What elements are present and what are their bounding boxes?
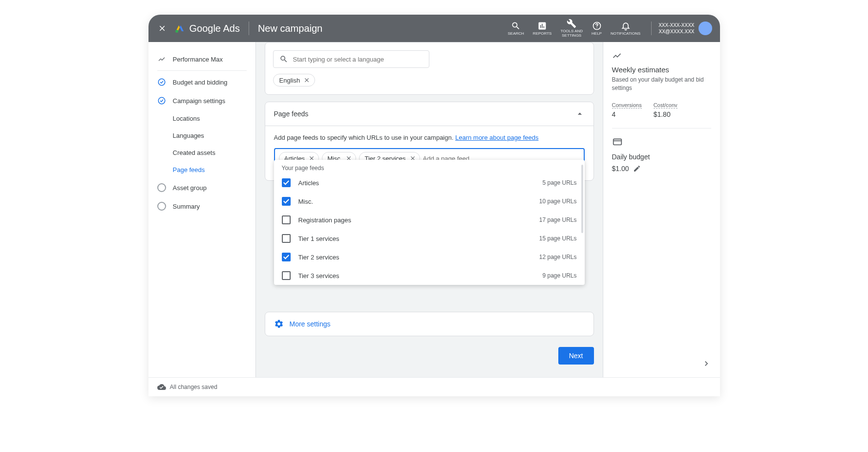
checkbox[interactable] (282, 234, 291, 243)
radio-empty-icon (157, 183, 166, 192)
next-button[interactable]: Next (558, 347, 594, 365)
dropdown-item-count: 12 page URLs (539, 254, 577, 260)
sidebar-label: Languages (173, 132, 204, 139)
sidebar-item-languages[interactable]: Languages (148, 127, 255, 144)
feeds-header[interactable]: Page feeds (265, 102, 593, 126)
language-chip[interactable]: English (273, 74, 316, 86)
dropdown-item-count: 17 page URLs (539, 216, 577, 223)
help-action[interactable]: HELP (592, 21, 602, 36)
checkbox[interactable] (282, 253, 291, 261)
sidebar-item-asset-group[interactable]: Asset group (148, 178, 255, 197)
estimates-title: Weekly estimates (612, 65, 711, 74)
sidebar-label: Created assets (173, 149, 215, 156)
search-label: SEARCH (508, 32, 524, 36)
account-id: XXX-XXX-XXXX (658, 22, 694, 28)
account-block[interactable]: XXX-XXX-XXXX XX@XXXX.XXX (651, 22, 712, 35)
sidebar-item-pmax[interactable]: Performance Max (148, 50, 255, 68)
tools-action[interactable]: TOOLS AND SETTINGS (560, 19, 583, 38)
tools-label: TOOLS AND SETTINGS (560, 29, 583, 38)
search-icon (279, 55, 288, 64)
gear-icon (274, 319, 284, 329)
scrollbar[interactable] (581, 165, 583, 233)
product-logo: Google Ads (174, 22, 240, 34)
dropdown-item[interactable]: Tier 3 services9 page URLs (274, 266, 585, 285)
dropdown-item[interactable]: Registration pages17 page URLs (274, 211, 585, 229)
metric-label: Conversions (612, 102, 642, 108)
metric-conversions: Conversions 4 (612, 100, 642, 118)
language-input[interactable] (293, 56, 423, 63)
checkbox[interactable] (282, 197, 291, 206)
ads-logo-icon (174, 22, 186, 34)
sidebar: Performance Max Budget and bidding Campa… (148, 42, 256, 377)
chip-remove[interactable] (303, 76, 311, 84)
notifications-action[interactable]: NOTIFICATIONS (611, 21, 640, 36)
feeds-desc-text: Add page feeds to specify which URLs to … (274, 134, 455, 141)
svg-rect-5 (613, 139, 621, 145)
budget-value: $1.00 (612, 165, 629, 172)
chevron-up-icon[interactable] (575, 109, 585, 119)
metric-value: $1.80 (654, 110, 677, 118)
dropdown-list[interactable]: Articles5 page URLsMisc.10 page URLsRegi… (274, 173, 585, 285)
dropdown-header: Your page feeds (274, 160, 585, 173)
budget-row: $1.00 (612, 165, 711, 172)
checkbox[interactable] (282, 271, 291, 280)
account-text: XXX-XXX-XXXX XX@XXXX.XXX (658, 22, 694, 35)
reports-action[interactable]: REPORTS (533, 21, 552, 36)
sidebar-item-page-feeds[interactable]: Page feeds (148, 161, 255, 178)
product-name: Google Ads (190, 23, 240, 34)
sidebar-item-created-assets[interactable]: Created assets (148, 144, 255, 161)
divider (249, 22, 249, 35)
check-circle-icon (157, 78, 166, 86)
trend-icon (157, 55, 166, 64)
avatar[interactable] (699, 22, 712, 35)
metrics: Conversions 4 Cost/conv $1.80 (612, 100, 711, 118)
close-icon (303, 77, 310, 84)
sidebar-item-locations[interactable]: Locations (148, 110, 255, 127)
search-action[interactable]: SEARCH (508, 21, 524, 36)
page-feeds-card: Page feeds Add page feeds to specify whi… (265, 102, 594, 181)
collapse-button[interactable] (701, 359, 711, 368)
sidebar-item-settings[interactable]: Campaign settings (148, 91, 255, 110)
dropdown-item-label: Articles (298, 179, 535, 187)
sidebar-label: Page feeds (173, 166, 205, 173)
sidebar-label: Summary (173, 203, 200, 210)
cloud-done-icon (157, 383, 166, 391)
more-settings-card[interactable]: More settings (265, 312, 594, 336)
dropdown-item[interactable]: Tier 2 services12 page URLs (274, 248, 585, 266)
dropdown-item-label: Tier 1 services (298, 235, 531, 242)
metric-label: Cost/conv (654, 102, 677, 108)
svg-point-3 (158, 79, 165, 86)
feeds-title: Page feeds (274, 110, 309, 118)
reports-label: REPORTS (533, 32, 552, 36)
learn-more-link[interactable]: Learn more about page feeds (455, 134, 539, 141)
close-icon (158, 24, 167, 33)
check-circle-icon (157, 96, 166, 105)
edit-icon[interactable] (633, 165, 641, 172)
checkbox[interactable] (282, 178, 291, 187)
radio-empty-icon (157, 202, 166, 211)
sidebar-item-budget[interactable]: Budget and bidding (148, 73, 255, 91)
sidebar-label: Campaign settings (173, 97, 226, 105)
trend-icon (612, 51, 711, 61)
dropdown-item[interactable]: Misc.10 page URLs (274, 192, 585, 211)
sidebar-label: Locations (173, 115, 200, 122)
next-row: Next (265, 343, 594, 368)
language-input-wrap[interactable] (273, 50, 429, 68)
metric-value: 4 (612, 110, 642, 118)
reports-icon (537, 21, 547, 31)
bell-icon (621, 21, 631, 31)
help-icon (592, 21, 602, 31)
checkbox[interactable] (282, 215, 291, 224)
chevron-right-icon (701, 359, 711, 368)
footer-bar: All changes saved (148, 377, 720, 396)
dropdown-item-count: 15 page URLs (539, 235, 577, 242)
dropdown-item[interactable]: Tier 1 services15 page URLs (274, 229, 585, 248)
dropdown-item[interactable]: Articles5 page URLs (274, 173, 585, 192)
sidebar-label: Asset group (173, 184, 207, 192)
top-bar: Google Ads New campaign SEARCH REPORTS T… (148, 15, 720, 42)
main-content: English Page feeds Add page feeds to spe… (256, 42, 603, 377)
sidebar-item-summary[interactable]: Summary (148, 197, 255, 215)
close-button[interactable] (156, 22, 168, 34)
notifications-label: NOTIFICATIONS (611, 32, 640, 36)
search-icon (511, 21, 521, 31)
